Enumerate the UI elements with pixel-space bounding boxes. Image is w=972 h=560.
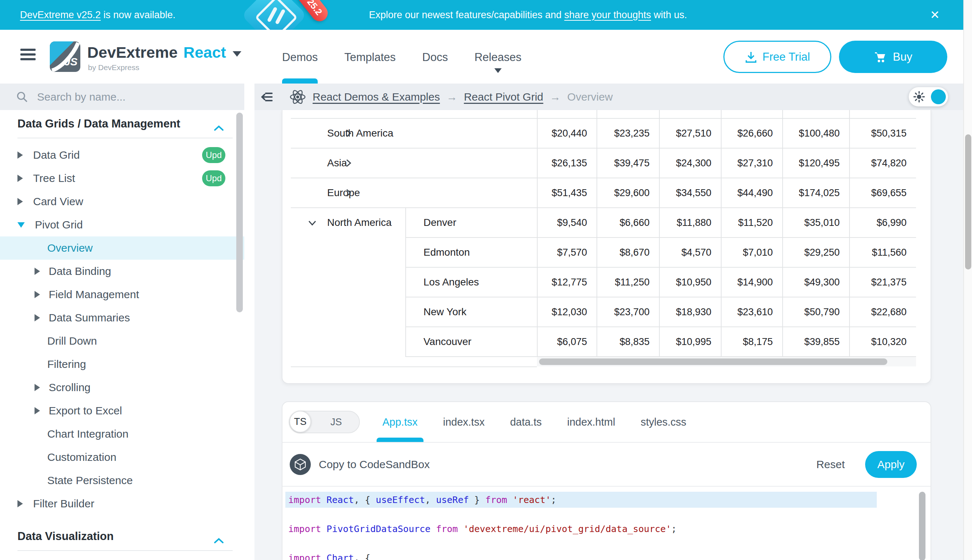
- chevron-up-icon[interactable]: [214, 533, 224, 547]
- sidebar-item-chart-integration[interactable]: Chart Integration: [0, 422, 244, 446]
- sidebar-item-tree-list[interactable]: Tree ListUpd: [0, 167, 244, 190]
- nav-item-docs[interactable]: Docs: [422, 30, 448, 83]
- pivot-city-cell[interactable]: Los Angeles: [406, 268, 537, 297]
- sidebar-item-scrolling[interactable]: Scrolling: [0, 376, 244, 399]
- sidebar-item-filtering[interactable]: Filtering: [0, 353, 244, 376]
- code-token: useEffect: [376, 495, 425, 505]
- collapse-sidebar-icon[interactable]: [260, 90, 273, 103]
- collapsed-arrow-icon[interactable]: [17, 500, 23, 507]
- sidebar-item-data-binding[interactable]: Data Binding: [0, 260, 244, 283]
- sidebar-item-data-summaries[interactable]: Data Summaries: [0, 306, 244, 329]
- share-thoughts-link[interactable]: share your thoughts: [564, 10, 651, 21]
- tab-index-html[interactable]: index.html: [567, 402, 615, 442]
- reset-button[interactable]: Reset: [816, 458, 845, 471]
- sidebar-scrollbar[interactable]: [236, 113, 243, 312]
- pivot-value-cell: $26,660: [721, 119, 782, 148]
- language-toggle[interactable]: TS JS: [289, 411, 360, 433]
- hamburger-menu-icon[interactable]: [20, 49, 36, 63]
- sidebar-item-drill-down[interactable]: Drill Down: [0, 329, 244, 353]
- sidebar-menu: Data Grids / Data ManagementData GridUpd…: [0, 110, 244, 551]
- pivot-row-header-cell[interactable]: North America: [291, 208, 406, 357]
- pivot-city-cell[interactable]: New York: [406, 297, 537, 327]
- pivot-grid: South America$20,440$23,235$27,510$26,66…: [291, 110, 916, 367]
- framework-selector[interactable]: React: [184, 43, 226, 62]
- nav-label: Demos: [282, 51, 318, 64]
- pivot-city-cell[interactable]: Edmonton: [406, 238, 537, 267]
- sidebar-item-field-management[interactable]: Field Management: [0, 283, 244, 306]
- theme-toggle[interactable]: [909, 87, 948, 107]
- code-scrollbar[interactable]: [919, 492, 925, 560]
- pivot-row-header-cell[interactable]: Europe: [291, 178, 537, 207]
- tab-styles-css[interactable]: styles.css: [641, 402, 686, 442]
- pivot-city-cell[interactable]: Vancouver: [406, 327, 537, 356]
- collapsed-arrow-icon[interactable]: [35, 268, 40, 275]
- chevron-up-icon[interactable]: [214, 121, 224, 134]
- pivot-region-label: North America: [327, 217, 391, 228]
- expand-chevron-icon[interactable]: [308, 128, 353, 140]
- apply-button[interactable]: Apply: [865, 451, 917, 478]
- sidebar-section-header[interactable]: Data Visualization: [0, 523, 244, 550]
- sidebar-item-overview[interactable]: Overview: [0, 237, 244, 260]
- collapsed-arrow-icon[interactable]: [17, 175, 23, 182]
- language-toggle-knob[interactable]: TS: [289, 411, 311, 433]
- codesandbox-icon[interactable]: [290, 454, 311, 475]
- pivot-value-cell: [782, 110, 849, 118]
- sidebar-item-export-to-excel[interactable]: Export to Excel: [0, 399, 244, 422]
- collapsed-arrow-icon[interactable]: [17, 152, 23, 159]
- copy-to-codesandbox-button[interactable]: Copy to CodeSandBox: [319, 458, 430, 471]
- sidebar-section-header[interactable]: Data Grids / Data Management: [0, 110, 244, 138]
- code-toolbar: Copy to CodeSandBox Reset Apply: [283, 443, 930, 487]
- code-line: import React, { useEffect, useRef } from…: [285, 492, 877, 508]
- free-trial-button[interactable]: Free Trial: [723, 41, 831, 73]
- sidebar-item-customization[interactable]: Customization: [0, 446, 244, 469]
- language-option-js[interactable]: JS: [330, 417, 342, 428]
- nav-item-releases[interactable]: Releases: [474, 30, 521, 83]
- buy-button[interactable]: Buy: [839, 41, 947, 73]
- sidebar-item-data-grid[interactable]: Data GridUpd: [0, 143, 244, 167]
- collapsed-arrow-icon[interactable]: [35, 384, 40, 391]
- expand-chevron-icon[interactable]: [308, 188, 353, 200]
- pivot-row-header-cell[interactable]: South America: [291, 119, 537, 148]
- sidebar-item-state-persistence[interactable]: State Persistence: [0, 469, 244, 492]
- chevron-down-icon[interactable]: [233, 51, 241, 57]
- code-token: ,: [425, 495, 436, 505]
- sidebar-item-card-view[interactable]: Card View: [0, 190, 244, 213]
- collapsed-arrow-icon[interactable]: [17, 198, 23, 205]
- tab-index-tsx[interactable]: index.tsx: [443, 402, 485, 442]
- devextreme-js-logo[interactable]: JS: [50, 42, 80, 73]
- pivot-value-cell: $74,820: [849, 148, 916, 178]
- pivot-grid-demo-card: South America$20,440$23,235$27,510$26,66…: [282, 110, 931, 384]
- search-input[interactable]: Search by name...: [0, 83, 244, 110]
- collapsed-arrow-icon[interactable]: [35, 407, 40, 414]
- horizontal-scrollbar-thumb[interactable]: [539, 358, 887, 365]
- close-icon[interactable]: ✕: [926, 6, 944, 23]
- pivot-row-header-cell[interactable]: Asia: [291, 148, 537, 178]
- page-scrollbar-thumb[interactable]: [965, 134, 971, 270]
- nav-item-demos[interactable]: Demos: [282, 30, 318, 83]
- sidebar-item-filter-builder[interactable]: Filter Builder: [0, 492, 244, 515]
- breadcrumb-item[interactable]: React Demos & Examples: [313, 91, 440, 103]
- tab-app-tsx[interactable]: App.tsx: [382, 402, 418, 442]
- theme-toggle-knob[interactable]: [931, 89, 946, 104]
- pivot-city-cell[interactable]: Denver: [406, 208, 537, 237]
- code-editor[interactable]: import React, { useEffect, useRef } from…: [283, 487, 930, 560]
- breadcrumb-item[interactable]: React Pivot Grid: [464, 91, 543, 103]
- collapsed-arrow-icon[interactable]: [35, 314, 40, 322]
- collapse-chevron-icon[interactable]: [308, 218, 317, 230]
- nav-item-templates[interactable]: Templates: [344, 30, 395, 83]
- brand-subtitle: by DevExpress: [88, 63, 139, 72]
- collapsed-arrow-icon[interactable]: [35, 291, 40, 298]
- version-link[interactable]: DevExtreme v25.2: [20, 10, 101, 21]
- tab-data-ts[interactable]: data.ts: [510, 402, 542, 442]
- pivot-value-cell: $69,655: [849, 178, 916, 207]
- pivot-value-cell: $100,480: [782, 119, 849, 148]
- sidebar-item-label: Filtering: [47, 358, 86, 370]
- pivot-value-cell: $10,950: [659, 268, 721, 297]
- expanded-arrow-icon[interactable]: [17, 222, 25, 228]
- expand-chevron-icon[interactable]: [308, 158, 353, 170]
- sidebar-item-pivot-grid[interactable]: Pivot Grid: [0, 213, 244, 237]
- main-content: South America$20,440$23,235$27,510$26,66…: [254, 110, 963, 560]
- cart-icon: [874, 50, 887, 63]
- pivot-value-cell: $8,670: [597, 238, 659, 267]
- sidebar-section-items: Data GridUpdTree ListUpdCard ViewPivot G…: [0, 138, 244, 515]
